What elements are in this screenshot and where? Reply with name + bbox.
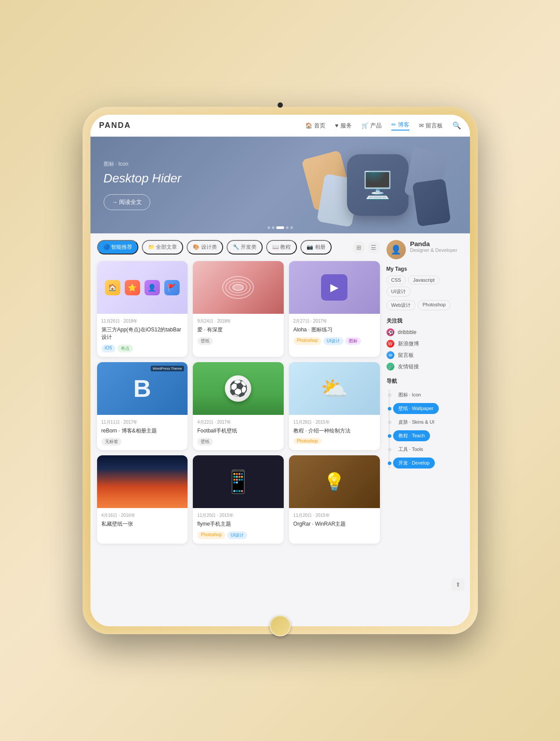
sidebar: 👤 Panda Designer & Developer My Tags CSS… [387,240,463,544]
message-board-label: 留言板 [398,352,414,359]
home-button[interactable] [270,615,291,636]
friends-link-icon: 🔗 [387,363,394,370]
nav-btn-develop[interactable]: 开发 · Develop [393,458,435,469]
tag-web-design[interactable]: Web设计 [387,300,415,310]
sidebar-nav-section: 导航 图标 · Icon 壁纸 · Wallpaper 皮肤 · Skins &… [387,378,463,469]
follow-weibo[interactable]: W 新浪微博 [387,340,463,348]
tag-uidesign-8[interactable]: UI设计 [227,531,247,539]
scroll-to-top-button[interactable]: ⬆ [452,578,465,591]
follow-label: 关注我 [387,317,463,325]
tag-photoshop-3[interactable]: Photoshop [293,337,322,345]
tag-photoshop-6[interactable]: Photoshop [293,438,322,444]
hero-dot-5[interactable] [290,226,293,229]
nav-label: 导航 [387,378,463,385]
hero-read-more-button[interactable]: → 阅读全文 [104,194,151,210]
card-5-tags: 壁纸 [197,438,279,446]
filter-album[interactable]: 📷 相册 [300,240,331,254]
card-ios-tabbar[interactable]: 🏠 ⭐ 👤 🚩 11月26日 · 2018年 第三方App(奇点)在iOS12的… [97,261,188,357]
card-football[interactable]: ⚽ 4月22日 · 2017年 Football手机壁纸 壁纸 [193,362,284,450]
card-1-date: 11月26日 · 2018年 [101,318,184,324]
card-7-image [97,455,188,508]
search-icon[interactable]: 🔍 [452,121,461,130]
filter-all[interactable]: 📁 全部文章 [142,240,183,254]
nav-btn-icon[interactable]: 图标 · Icon [393,389,426,400]
nav-btn-wallpaper[interactable]: 壁纸 · Wallpaper [393,403,439,414]
nav-btn-teach[interactable]: 教程 · Teach [393,430,430,441]
hero-dot-1[interactable] [267,226,270,229]
tag-uidesign-3[interactable]: UI设计 [323,337,343,345]
tag-wallpaper-5[interactable]: 壁纸 [197,438,213,446]
camera [278,102,283,108]
tag-css[interactable]: CSS [387,276,406,284]
main-content: 🔵 智能推荐 📁 全部文章 🎨 设计类 🔧 开发类 📖 教程 📷 相册 ⊞ ☰ [90,233,470,550]
filter-tutorial[interactable]: 📖 教程 [266,240,297,254]
card-6-image: ⛅ [289,362,380,415]
nav-service[interactable]: ♥ 服务 [335,122,352,130]
nav-product[interactable]: 🛒 产品 [361,122,382,130]
card-winrar[interactable]: 💡 11月20日 · 2015年 OrgRar · WinRAR主题 [289,455,380,544]
card-6-title: 教程 · 介绍一种绘制方法 [293,427,376,435]
card-3-image: ▶ [289,261,380,314]
card-7-date: 4月16日 · 2016年 [101,512,184,519]
hero-dots [267,226,293,229]
tag-wallpaper-2[interactable]: 壁纸 [197,337,213,345]
hero-dot-4[interactable] [286,226,289,229]
card-4-date: 11月11日 · 2017年 [101,419,184,425]
nav-home[interactable]: 🏠 首页 [305,122,325,130]
nav-blog[interactable]: ✏ 博客 [391,121,409,131]
home-icon: 🏠 [305,122,312,129]
card-wallpaper-sunset[interactable]: 4月16日 · 2016年 私藏壁纸一张 [97,455,188,544]
football-icon: ⚽ [225,375,251,402]
hero-subtitle: 图标 · Icon [104,160,457,168]
filter-recommend[interactable]: 🔵 智能推荐 [97,240,138,254]
follow-friends[interactable]: 🔗 友情链接 [387,363,463,370]
follow-dribbble[interactable]: ⚽ dribbble [387,328,463,336]
grid-view-button[interactable]: ⊞ [353,241,365,254]
user-info: Panda Designer & Developer [410,240,458,253]
hero-dot-2[interactable] [272,226,275,229]
tablet-screen: PANDA 🏠 首页 ♥ 服务 🛒 产品 ✏ [90,115,470,626]
card-8-tags: Photoshop UI设计 [197,531,279,539]
scroll-top-icon: ⬆ [455,581,461,588]
nav-item-teach: 教程 · Teach [393,430,463,441]
card-8-body: 11月20日 · 2015年 flyme手机主题 Photoshop UI设计 [193,508,284,544]
card-1-title: 第三方App(奇点)在iOS12的tabBar设计 [101,326,184,341]
card-3-body: 2月27日 · 2017年 Aloha · 图标练习 Photoshop UI设… [289,314,380,349]
tag-photoshop-8[interactable]: Photoshop [197,531,225,539]
card-5-image: ⚽ [193,362,284,415]
card-love-depth[interactable]: 9月24日 · 2018年 爱 · 有深度 壁纸 [193,261,284,357]
tag-ios[interactable]: iOS [101,345,116,352]
nav-btn-tools[interactable]: 工具 · Tools [393,444,429,455]
tag-photoshop-sidebar[interactable]: Photoshop [418,300,451,310]
card-tutorial[interactable]: ⛅ 11月28日 · 2015年 教程 · 介绍一种绘制方法 Photoshop [289,362,380,450]
card-reborn[interactable]: WordPress Theme B 11月11日 · 2017年 reBorn … [97,362,188,450]
blog-icon: ✏ [391,121,396,128]
user-name: Panda [410,240,458,247]
list-view-button[interactable]: ☰ [368,241,380,254]
friends-link-label: 友情链接 [398,363,419,370]
tag-javascript[interactable]: Javascript [408,276,440,284]
follow-message[interactable]: ✉ 留言板 [387,351,463,359]
tag-ui-design[interactable]: UI设计 [387,287,411,297]
tag-notag[interactable]: 无标签 [101,438,122,446]
card-aloha-icon[interactable]: ▶ 2月27日 · 2017年 Aloha · 图标练习 Photoshop U… [289,261,380,357]
hero-content: 图标 · Icon Desktop Hider → 阅读全文 [90,147,470,223]
nav-message[interactable]: ✉ 留言板 [419,122,443,130]
play-square-icon: ▶ [321,274,347,301]
mini-icon-home: 🏠 [105,280,120,295]
message-board-icon: ✉ [387,351,394,359]
cards-grid: 🏠 ⭐ 👤 🚩 11月26日 · 2018年 第三方App(奇点)在iOS12的… [97,261,380,544]
svg-point-3 [233,284,243,291]
tag-icon-3[interactable]: 图标 [345,337,361,345]
weibo-label: 新浪微博 [398,340,419,348]
filter-dev[interactable]: 🔧 开发类 [227,240,263,254]
card-9-body: 11月20日 · 2015年 OrgRar · WinRAR主题 [289,508,380,536]
card-flyme[interactable]: 📱 11月20日 · 2015年 flyme手机主题 Photoshop UI设… [193,455,284,544]
avatar: 👤 [387,240,406,259]
tag-singularity[interactable]: 奇点 [117,345,133,352]
nav-btn-skin[interactable]: 皮肤 · Skins & UI [393,417,440,428]
filter-design[interactable]: 🎨 设计类 [187,240,223,254]
hero-dot-3[interactable] [276,226,284,229]
card-4-body: 11月11日 · 2017年 reBorn · 博客&相册主题 无标签 [97,415,188,450]
product-icon: 🛒 [361,122,369,129]
